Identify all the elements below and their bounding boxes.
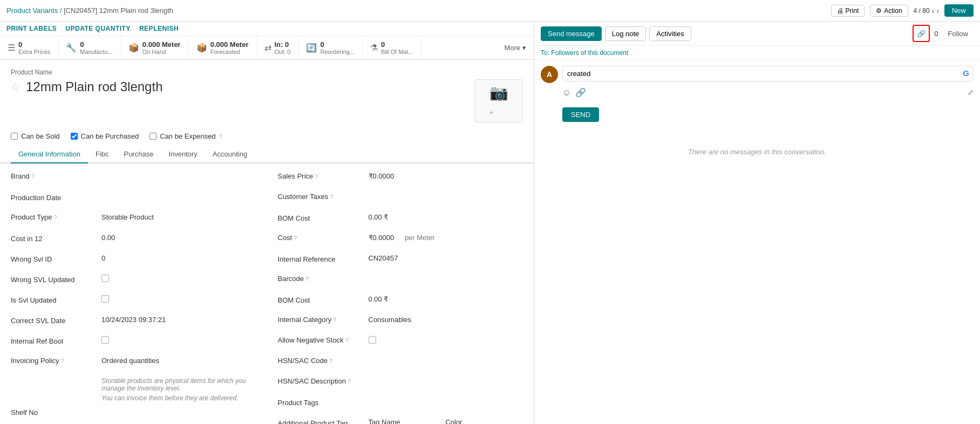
print-button[interactable]: 🖨 Print (831, 5, 865, 17)
sales-price-help-icon[interactable]: ? (315, 173, 318, 180)
internal-reference-field: Internal Reference CN20457 (278, 254, 523, 269)
can-be-sold-input[interactable] (11, 133, 18, 140)
product-image[interactable]: 📷+ (474, 79, 523, 122)
print-labels-link[interactable]: PRINT LABELS (6, 25, 57, 32)
barcode-help-icon[interactable]: ? (305, 276, 309, 282)
correct-svl-date-label: Correct SVL Date (11, 316, 97, 325)
stat-reordering[interactable]: 🔄 0 Reordering... (298, 36, 363, 59)
wrong-svl-updated-value[interactable] (101, 275, 256, 284)
hsn-sac-description-label: HSN/SAC Description ? (278, 377, 364, 385)
can-be-purchased-checkbox[interactable]: Can be Purchased (71, 132, 139, 140)
is-svl-updated-value[interactable] (101, 295, 256, 304)
msg-toolbar: ☺ 🔗 ⤢ (562, 87, 974, 98)
hsn-sac-code-help-icon[interactable]: ? (329, 358, 332, 364)
invoicing-policy-label: Invoicing Policy ? (11, 357, 97, 365)
new-button[interactable]: New (944, 4, 974, 17)
favorite-star-icon[interactable]: ☆ (11, 80, 21, 93)
emoji-icon[interactable]: ☺ (562, 88, 571, 98)
internal-ref-bool-value[interactable] (101, 336, 256, 345)
stat-in-out[interactable]: ⇄ In: 0 Out: 0 (257, 36, 299, 59)
tab-purchase[interactable]: Purchase (116, 146, 161, 163)
internal-reference-label: Internal Reference (278, 254, 364, 263)
cost-value: ₹0.0000 per Meter (369, 234, 523, 242)
is-svl-updated-label: Is Svl Updated (11, 295, 97, 304)
tab-inventory[interactable]: Inventory (161, 146, 205, 163)
msg-to-line: To: Followers of this document (534, 46, 980, 60)
can-be-expensed-input[interactable] (149, 133, 156, 140)
is-svl-updated-field: Is Svl Updated (11, 295, 256, 310)
allow-negative-stock-value[interactable] (369, 336, 523, 345)
nav-actions: 🖨 Print ⚙ Action 4 / 80 ‹ › New (831, 4, 974, 17)
internal-category-help-icon[interactable]: ? (333, 317, 336, 323)
followers-count: 0 (934, 30, 938, 38)
tab-accounting[interactable]: Accounting (205, 146, 255, 163)
production-date-field: Production Date (11, 193, 256, 208)
stat-manufacturing[interactable]: 🔧 0 Manufactu... (58, 36, 121, 59)
pagination-text: 4 / 80 (914, 7, 930, 15)
wrong-svl-id-label: Wrong Svl ID (11, 254, 97, 263)
correct-svl-date-value: 10/24/2023 09:37:21 (101, 316, 256, 324)
bom-cost-value: 0.00 ₹ (369, 213, 523, 221)
is-svl-updated-checkbox[interactable] (101, 295, 109, 303)
stat-on-hand[interactable]: 📦 0.000 Meter On Hand (121, 36, 189, 59)
link-icon: 🔗 (917, 30, 925, 38)
allow-negative-stock-checkbox[interactable] (369, 336, 376, 344)
left-form-col: Brand ? Production Date Product Type ? S… (11, 172, 256, 424)
link-icon-button[interactable]: 🔗 (913, 25, 930, 42)
product-tags-field: Product Tags (278, 398, 523, 413)
update-quantity-link[interactable]: UPDATE QUANTITY (65, 25, 131, 32)
invoicing-policy-help-icon[interactable]: ? (61, 358, 64, 364)
stat-extra-prices-text: 0 Extra Prices (18, 40, 50, 55)
stat-forecasted[interactable]: 📦 0.000 Meter Forecasted (189, 36, 257, 59)
log-note-button[interactable]: Log note (605, 26, 646, 41)
brand-help-icon[interactable]: ? (31, 173, 35, 180)
activities-button[interactable]: Activities (649, 26, 691, 41)
action-button[interactable]: ⚙ Action (870, 5, 908, 17)
flask-icon: ⚗ (370, 43, 378, 53)
send-button[interactable]: SEND (562, 107, 599, 122)
product-header: ☆ 12mm Plain rod 3length 📷+ (11, 79, 523, 122)
hsn-sac-description-help-icon[interactable]: ? (348, 378, 351, 385)
can-be-sold-checkbox[interactable]: Can be Sold (11, 132, 60, 140)
more-button[interactable]: More ▾ (496, 36, 534, 59)
send-message-button[interactable]: Send message (541, 26, 602, 41)
cost-field: Cost ? ₹0.0000 per Meter (278, 234, 523, 249)
expensed-help-icon[interactable]: ? (219, 133, 222, 140)
wrong-svl-updated-checkbox[interactable] (101, 275, 109, 282)
stat-extra-prices[interactable]: ☰ 0 Extra Prices (0, 36, 58, 59)
prev-page-button[interactable]: ‹ (932, 6, 935, 15)
stats-bar: ☰ 0 Extra Prices 🔧 0 Manufactu... 📦 0.00… (0, 36, 534, 60)
customer-taxes-field: Customer Taxes ? (278, 193, 523, 208)
brand-field: Brand ? (11, 172, 256, 187)
internal-ref-bool-checkbox[interactable] (101, 336, 109, 344)
action-bar: PRINT LABELS UPDATE QUANTITY REPLENISH (0, 22, 534, 36)
breadcrumb-parent[interactable]: Product Variants (6, 6, 58, 15)
expand-icon[interactable]: ⤢ (968, 88, 974, 97)
internal-reference-value: CN20457 (369, 254, 523, 262)
tab-general-information[interactable]: General Information (11, 146, 88, 163)
customer-taxes-help-icon[interactable]: ? (330, 194, 333, 200)
message-input[interactable] (562, 66, 974, 81)
stat-bom[interactable]: ⚗ 0 Bill Of Mat... (363, 36, 421, 59)
sales-price-field: Sales Price ? ₹0.0000 (278, 172, 523, 187)
stat-manufacturing-text: 0 Manufactu... (80, 40, 113, 55)
hsn-sac-code-label: HSN/SAC Code ? (278, 357, 364, 365)
can-be-expensed-checkbox[interactable]: Can be Expensed ? (149, 132, 222, 140)
box-icon-onhand: 📦 (128, 43, 139, 53)
this-document-link[interactable]: this document (588, 49, 628, 57)
next-page-button[interactable]: › (936, 6, 939, 15)
msg-input-row: A G (541, 66, 974, 83)
replenish-link[interactable]: REPLENISH (139, 25, 179, 32)
cost-in-12-label: Cost in 12 (11, 234, 97, 243)
cost-help-icon[interactable]: ? (294, 235, 297, 241)
sales-price-label: Sales Price ? (278, 172, 364, 180)
product-type-help-icon[interactable]: ? (53, 214, 57, 221)
can-be-purchased-input[interactable] (71, 133, 78, 140)
wrench-icon: 🔧 (66, 43, 77, 53)
allow-negative-stock-help-icon[interactable]: ? (345, 337, 349, 344)
follow-button[interactable]: Follow (942, 27, 974, 40)
attachment-icon[interactable]: 🔗 (575, 87, 586, 98)
msg-input-wrapper: G (562, 66, 974, 81)
tab-fibc[interactable]: Fibc (88, 146, 117, 163)
avatar: A (541, 66, 558, 83)
